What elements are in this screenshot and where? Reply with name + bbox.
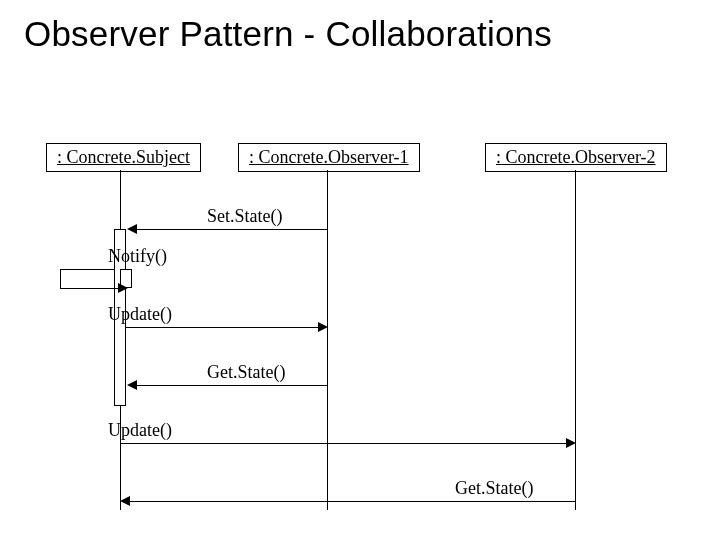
msg-label-getstate1: Get.State() (207, 362, 285, 383)
msg-line-setstate (130, 229, 327, 230)
msg-label-notify: Notify() (108, 246, 167, 267)
arrow-icon (127, 380, 137, 390)
msg-line-getstate1 (130, 385, 327, 386)
msg-label-getstate2: Get.State() (455, 478, 533, 499)
lifeline-concrete-observer1: : Concrete.Observer-1 (238, 143, 420, 172)
msg-line-getstate2 (128, 501, 575, 502)
lifeline-concrete-subject: : Concrete.Subject (46, 143, 201, 172)
msg-label-update1: Update() (108, 304, 172, 325)
lifeline-line-observer2 (575, 170, 576, 510)
page-title: Observer Pattern - Collaborations (24, 14, 552, 54)
msg-line-update2 (120, 443, 569, 444)
msg-label-setstate: Set.State() (207, 206, 282, 227)
lifeline-line-observer1 (327, 170, 328, 510)
lifeline-concrete-observer2: : Concrete.Observer-2 (485, 143, 667, 172)
msg-line-notify-top (60, 269, 114, 270)
arrow-icon (566, 438, 576, 448)
msg-line-notify-side (60, 269, 61, 288)
arrow-icon (318, 322, 328, 332)
msg-label-update2: Update() (108, 420, 172, 441)
arrow-icon (118, 283, 128, 293)
arrow-icon (127, 224, 137, 234)
msg-line-update1 (126, 327, 321, 328)
msg-line-notify-bottom (60, 288, 118, 289)
arrow-icon (120, 496, 130, 506)
